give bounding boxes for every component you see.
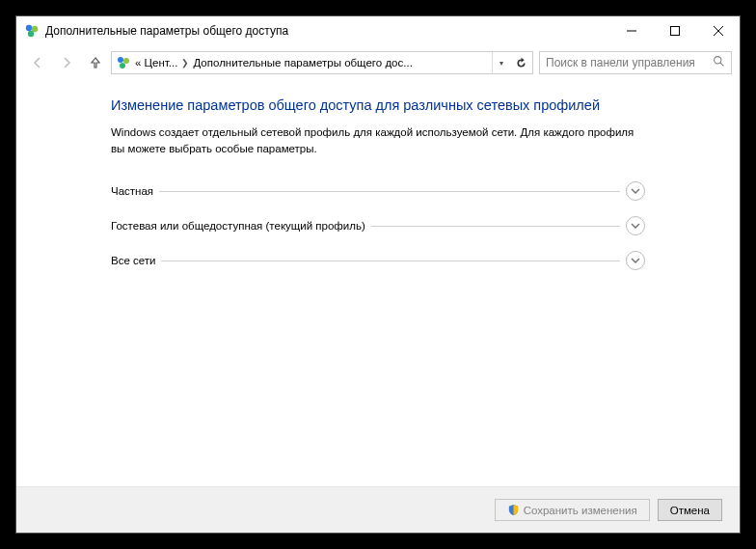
breadcrumb-item[interactable]: Дополнительные параметры общего дос... bbox=[193, 57, 412, 69]
svg-point-10 bbox=[715, 57, 721, 64]
chevron-down-icon[interactable] bbox=[626, 181, 645, 201]
chevron-down-icon[interactable] bbox=[626, 216, 645, 235]
svg-point-9 bbox=[120, 63, 125, 69]
svg-point-0 bbox=[26, 25, 32, 31]
divider bbox=[161, 261, 620, 261]
chevron-right-icon: ❯ bbox=[177, 58, 193, 68]
svg-point-1 bbox=[32, 26, 38, 32]
svg-point-8 bbox=[123, 58, 129, 64]
search-icon bbox=[713, 55, 725, 70]
section-label: Частная bbox=[111, 185, 153, 197]
address-dropdown-button[interactable]: ▾ bbox=[492, 52, 509, 73]
breadcrumb-item[interactable]: Цент... bbox=[141, 57, 177, 69]
divider bbox=[159, 191, 620, 192]
divider bbox=[371, 226, 620, 227]
close-button[interactable] bbox=[696, 16, 740, 45]
app-icon bbox=[24, 23, 40, 39]
profile-section-private[interactable]: Частная bbox=[111, 174, 645, 208]
window-title: Дополнительные параметры общего доступа bbox=[45, 24, 609, 38]
save-button[interactable]: Сохранить изменения bbox=[495, 499, 650, 521]
up-button[interactable] bbox=[82, 49, 109, 76]
shield-icon bbox=[507, 504, 520, 516]
cancel-button-label: Отмена bbox=[670, 505, 710, 516]
refresh-button[interactable] bbox=[509, 52, 532, 73]
save-button-label: Сохранить изменения bbox=[524, 505, 637, 516]
profile-section-all[interactable]: Все сети bbox=[111, 243, 645, 278]
cancel-button[interactable]: Отмена bbox=[658, 499, 722, 521]
back-button[interactable] bbox=[24, 49, 51, 76]
forward-button[interactable] bbox=[53, 49, 80, 76]
window-controls bbox=[609, 16, 740, 45]
footer-bar: Сохранить изменения Отмена bbox=[16, 486, 740, 533]
page-description: Windows создает отдельный сетевой профил… bbox=[111, 124, 645, 156]
window-frame: Дополнительные параметры общего доступа bbox=[15, 15, 741, 534]
section-label: Гостевая или общедоступная (текущий проф… bbox=[111, 220, 365, 232]
svg-point-7 bbox=[118, 57, 123, 63]
svg-point-2 bbox=[28, 31, 34, 37]
page-title: Изменение параметров общего доступа для … bbox=[111, 97, 645, 113]
address-icon bbox=[116, 55, 131, 70]
navigation-bar: « Цент... ❯ Дополнительные параметры общ… bbox=[16, 45, 740, 80]
search-input[interactable] bbox=[546, 56, 709, 69]
minimize-button[interactable] bbox=[609, 16, 653, 45]
address-bar[interactable]: « Цент... ❯ Дополнительные параметры общ… bbox=[111, 51, 533, 74]
search-box[interactable] bbox=[539, 51, 732, 74]
svg-rect-4 bbox=[670, 27, 679, 36]
profile-section-guest[interactable]: Гостевая или общедоступная (текущий проф… bbox=[111, 208, 645, 243]
maximize-button[interactable] bbox=[653, 16, 696, 45]
svg-line-11 bbox=[720, 63, 723, 66]
chevron-down-icon[interactable] bbox=[626, 251, 645, 270]
title-bar: Дополнительные параметры общего доступа bbox=[16, 16, 740, 45]
content-area: Изменение параметров общего доступа для … bbox=[16, 80, 740, 486]
section-label: Все сети bbox=[111, 255, 155, 266]
